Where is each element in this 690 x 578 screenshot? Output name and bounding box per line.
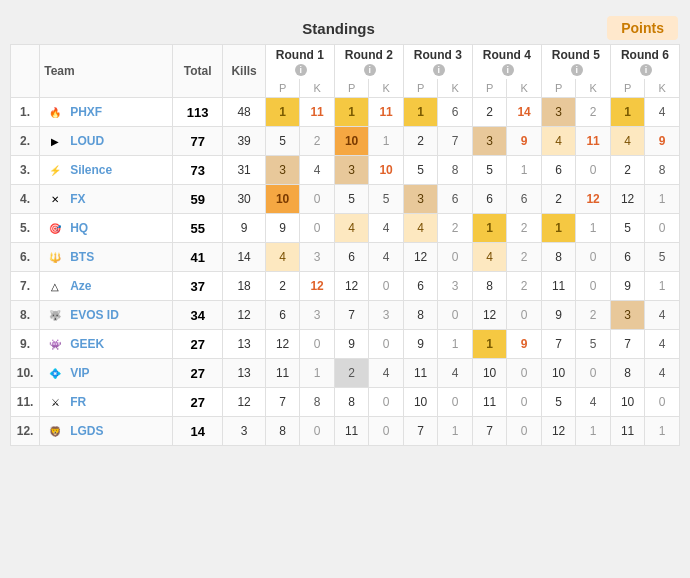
round3-p-cell: 11 — [403, 359, 438, 388]
r2-p-header: P — [334, 79, 369, 98]
round5-k-cell: 4 — [576, 388, 611, 417]
round6-p-cell: 10 — [610, 388, 645, 417]
round6-k-cell: 4 — [645, 359, 680, 388]
round2-k-cell: 4 — [369, 359, 404, 388]
round6-p-cell: 4 — [610, 127, 645, 156]
team-name: FR — [70, 395, 86, 409]
round4-info-icon[interactable]: i — [502, 64, 514, 76]
table-row: 1. 🔥 PHXF 11348111111162143214 — [11, 98, 680, 127]
r2-k-header: K — [369, 79, 404, 98]
round3-k-cell: 2 — [438, 214, 473, 243]
round3-k-cell: 4 — [438, 359, 473, 388]
round4-p-cell: 10 — [472, 359, 507, 388]
round4-p-cell: 12 — [472, 301, 507, 330]
col-rank-header — [11, 45, 40, 98]
team-name: LGDS — [70, 424, 103, 438]
rank-cell: 5. — [11, 214, 40, 243]
round1-p-cell: 3 — [265, 156, 300, 185]
round1-k-cell: 2 — [300, 127, 335, 156]
round2-k-cell: 4 — [369, 243, 404, 272]
round6-p-cell: 3 — [610, 301, 645, 330]
team-name: FX — [70, 192, 85, 206]
round4-k-cell: 14 — [507, 98, 542, 127]
round4-k-cell: 1 — [507, 156, 542, 185]
round6-p-cell: 7 — [610, 330, 645, 359]
kills-cell: 12 — [223, 301, 265, 330]
round6-header: Round 6 i — [610, 45, 679, 80]
round2-p-cell: 2 — [334, 359, 369, 388]
round3-p-cell: 5 — [403, 156, 438, 185]
round5-p-cell: 8 — [541, 243, 576, 272]
team-logo: ✕ — [44, 188, 66, 210]
kills-cell: 12 — [223, 388, 265, 417]
round5-k-cell: 0 — [576, 272, 611, 301]
round3-p-cell: 2 — [403, 127, 438, 156]
round1-k-cell: 4 — [300, 156, 335, 185]
round3-k-cell: 3 — [438, 272, 473, 301]
team-logo: ⚔ — [44, 391, 66, 413]
team-name: Aze — [70, 279, 91, 293]
team-name: EVOS ID — [70, 308, 119, 322]
team-cell: 👾 GEEK — [40, 330, 173, 359]
r6-k-header: K — [645, 79, 680, 98]
round6-info-icon[interactable]: i — [640, 64, 652, 76]
round4-p-cell: 4 — [472, 243, 507, 272]
round2-k-cell: 0 — [369, 388, 404, 417]
round2-header: Round 2 i — [334, 45, 403, 80]
round3-info-icon[interactable]: i — [433, 64, 445, 76]
round1-p-cell: 6 — [265, 301, 300, 330]
rank-cell: 11. — [11, 388, 40, 417]
total-cell: 27 — [172, 330, 222, 359]
team-logo: 👾 — [44, 333, 66, 355]
round5-k-cell: 0 — [576, 243, 611, 272]
team-cell: ⚔ FR — [40, 388, 173, 417]
round5-p-cell: 7 — [541, 330, 576, 359]
round5-k-cell: 2 — [576, 98, 611, 127]
round2-k-cell: 1 — [369, 127, 404, 156]
rank-cell: 9. — [11, 330, 40, 359]
round6-p-cell: 11 — [610, 417, 645, 446]
round1-info-icon[interactable]: i — [295, 64, 307, 76]
r4-k-header: K — [507, 79, 542, 98]
total-cell: 55 — [172, 214, 222, 243]
team-name: PHXF — [70, 105, 102, 119]
team-name: HQ — [70, 221, 88, 235]
team-logo: 🔥 — [44, 101, 66, 123]
r4-p-header: P — [472, 79, 507, 98]
r3-p-header: P — [403, 79, 438, 98]
round6-p-cell: 9 — [610, 272, 645, 301]
r3-k-header: K — [438, 79, 473, 98]
round1-p-cell: 12 — [265, 330, 300, 359]
round3-p-cell: 8 — [403, 301, 438, 330]
total-cell: 73 — [172, 156, 222, 185]
round4-k-cell: 9 — [507, 127, 542, 156]
round4-p-cell: 6 — [472, 185, 507, 214]
table-row: 9. 👾 GEEK 27131209091197574 — [11, 330, 680, 359]
rank-cell: 4. — [11, 185, 40, 214]
round1-k-cell: 0 — [300, 330, 335, 359]
title-bar: Standings Points — [10, 10, 680, 44]
round5-info-icon[interactable]: i — [571, 64, 583, 76]
round1-k-cell: 12 — [300, 272, 335, 301]
round3-k-cell: 0 — [438, 243, 473, 272]
table-row: 2. ▶ LOUD 773952101273941149 — [11, 127, 680, 156]
round2-k-cell: 0 — [369, 330, 404, 359]
round2-info-icon[interactable]: i — [364, 64, 376, 76]
team-cell: △ Aze — [40, 272, 173, 301]
round2-k-cell: 0 — [369, 272, 404, 301]
round2-p-cell: 9 — [334, 330, 369, 359]
total-cell: 41 — [172, 243, 222, 272]
round5-k-cell: 11 — [576, 127, 611, 156]
round1-k-cell: 11 — [300, 98, 335, 127]
round5-p-cell: 11 — [541, 272, 576, 301]
col-kills-header: Kills — [223, 45, 265, 98]
round4-p-cell: 2 — [472, 98, 507, 127]
rank-cell: 12. — [11, 417, 40, 446]
round1-p-cell: 10 — [265, 185, 300, 214]
r1-p-header: P — [265, 79, 300, 98]
round6-p-cell: 6 — [610, 243, 645, 272]
team-name: BTS — [70, 250, 94, 264]
standings-container: Standings Points Team Total Kills Round … — [10, 10, 680, 446]
team-cell: 🐺 EVOS ID — [40, 301, 173, 330]
round6-k-cell: 1 — [645, 417, 680, 446]
